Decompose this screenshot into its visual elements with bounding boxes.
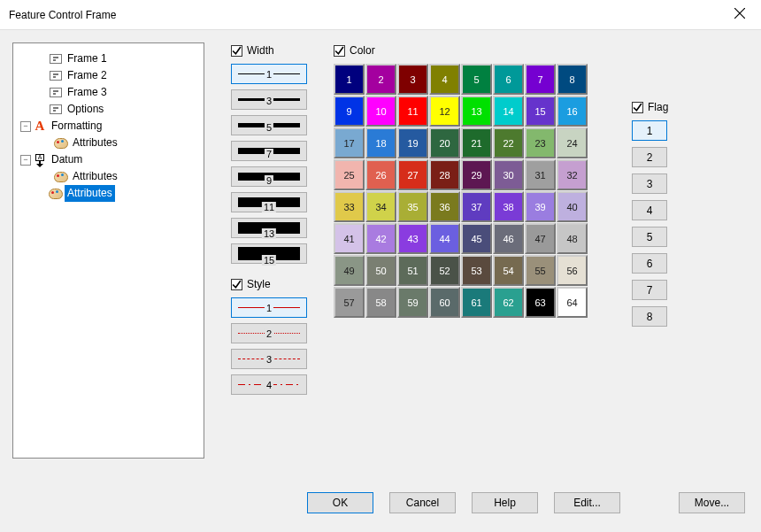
flag-option-8[interactable]: 8 bbox=[632, 306, 667, 327]
flag-option-7[interactable]: 7 bbox=[632, 280, 667, 300]
color-swatch-40[interactable]: 40 bbox=[557, 191, 588, 222]
width-option-13[interactable]: 13 bbox=[231, 218, 307, 238]
color-swatch-39[interactable]: 39 bbox=[525, 191, 556, 222]
tree-item-attributes[interactable]: Attributes bbox=[17, 185, 200, 202]
color-checkbox[interactable] bbox=[334, 45, 345, 57]
color-swatch-59[interactable]: 59 bbox=[397, 287, 428, 318]
ok-button[interactable]: OK bbox=[307, 492, 373, 513]
color-swatch-55[interactable]: 55 bbox=[525, 255, 556, 286]
style-checkbox[interactable] bbox=[231, 279, 242, 290]
color-swatch-51[interactable]: 51 bbox=[397, 255, 428, 286]
edit-button[interactable]: Edit... bbox=[554, 492, 620, 513]
color-swatch-35[interactable]: 35 bbox=[397, 191, 428, 222]
color-swatch-52[interactable]: 52 bbox=[429, 255, 460, 286]
color-swatch-46[interactable]: 46 bbox=[493, 223, 524, 254]
width-option-15[interactable]: 15 bbox=[231, 243, 307, 264]
width-checkbox-row[interactable]: Width bbox=[231, 42, 307, 58]
color-swatch-15[interactable]: 15 bbox=[525, 96, 556, 127]
tree-item-formatting-attributes[interactable]: Attributes bbox=[17, 135, 200, 151]
color-swatch-5[interactable]: 5 bbox=[461, 64, 492, 95]
color-swatch-7[interactable]: 7 bbox=[525, 64, 556, 95]
color-swatch-38[interactable]: 38 bbox=[493, 191, 524, 222]
style-option-4[interactable]: 4 bbox=[231, 374, 307, 395]
cancel-button[interactable]: Cancel bbox=[389, 492, 456, 513]
flag-option-6[interactable]: 6 bbox=[632, 253, 667, 274]
tree-item-datum-attributes[interactable]: Attributes bbox=[17, 168, 200, 185]
flag-option-5[interactable]: 5 bbox=[632, 227, 667, 247]
style-option-1[interactable]: 1 bbox=[231, 297, 307, 318]
color-swatch-30[interactable]: 30 bbox=[493, 159, 524, 190]
color-swatch-8[interactable]: 8 bbox=[557, 64, 588, 95]
color-swatch-10[interactable]: 10 bbox=[365, 96, 396, 127]
style-checkbox-row[interactable]: Style bbox=[231, 276, 307, 292]
color-swatch-19[interactable]: 19 bbox=[397, 127, 428, 158]
tree-item-frame2[interactable]: Frame 2 bbox=[17, 67, 200, 84]
color-swatch-16[interactable]: 16 bbox=[557, 96, 588, 127]
color-swatch-64[interactable]: 64 bbox=[557, 287, 588, 318]
color-swatch-28[interactable]: 28 bbox=[429, 159, 460, 190]
color-swatch-41[interactable]: 41 bbox=[334, 223, 365, 254]
color-swatch-49[interactable]: 49 bbox=[334, 255, 365, 286]
flag-option-4[interactable]: 4 bbox=[632, 200, 667, 220]
color-swatch-54[interactable]: 54 bbox=[493, 255, 524, 286]
collapse-icon[interactable]: − bbox=[20, 121, 31, 132]
help-button[interactable]: Help bbox=[472, 492, 538, 513]
color-swatch-57[interactable]: 57 bbox=[334, 287, 365, 318]
color-swatch-56[interactable]: 56 bbox=[557, 255, 588, 286]
color-checkbox-row[interactable]: Color bbox=[334, 42, 588, 58]
color-swatch-42[interactable]: 42 bbox=[365, 223, 396, 254]
color-swatch-12[interactable]: 12 bbox=[429, 96, 460, 127]
width-checkbox[interactable] bbox=[231, 45, 242, 57]
color-swatch-23[interactable]: 23 bbox=[525, 127, 556, 158]
color-swatch-6[interactable]: 6 bbox=[493, 64, 524, 95]
color-swatch-20[interactable]: 20 bbox=[429, 127, 460, 158]
color-swatch-58[interactable]: 58 bbox=[365, 287, 396, 318]
color-swatch-25[interactable]: 25 bbox=[334, 159, 365, 190]
color-swatch-13[interactable]: 13 bbox=[461, 96, 492, 127]
close-button[interactable] bbox=[727, 8, 752, 21]
color-swatch-36[interactable]: 36 bbox=[429, 191, 460, 222]
color-swatch-26[interactable]: 26 bbox=[365, 159, 396, 190]
color-swatch-11[interactable]: 11 bbox=[397, 96, 428, 127]
tree-item-datum[interactable]: −ADatum bbox=[17, 151, 200, 168]
color-swatch-18[interactable]: 18 bbox=[365, 127, 396, 158]
width-option-3[interactable]: 3 bbox=[231, 89, 307, 110]
width-option-1[interactable]: 1 bbox=[231, 64, 307, 84]
width-option-5[interactable]: 5 bbox=[231, 115, 307, 135]
color-swatch-62[interactable]: 62 bbox=[493, 287, 524, 318]
color-swatch-63[interactable]: 63 bbox=[525, 287, 556, 318]
flag-option-2[interactable]: 2 bbox=[632, 147, 667, 167]
width-option-11[interactable]: 11 bbox=[231, 192, 307, 212]
style-option-2[interactable]: 2 bbox=[231, 323, 307, 343]
color-swatch-45[interactable]: 45 bbox=[461, 223, 492, 254]
width-option-9[interactable]: 9 bbox=[231, 166, 307, 187]
color-swatch-32[interactable]: 32 bbox=[557, 159, 588, 190]
color-swatch-47[interactable]: 47 bbox=[525, 223, 556, 254]
color-swatch-53[interactable]: 53 bbox=[461, 255, 492, 286]
color-swatch-50[interactable]: 50 bbox=[365, 255, 396, 286]
style-option-3[interactable]: 3 bbox=[231, 349, 307, 369]
color-swatch-29[interactable]: 29 bbox=[461, 159, 492, 190]
color-swatch-1[interactable]: 1 bbox=[334, 64, 365, 95]
tree-item-formatting[interactable]: −AFormatting bbox=[17, 118, 200, 135]
color-swatch-61[interactable]: 61 bbox=[461, 287, 492, 318]
color-swatch-33[interactable]: 33 bbox=[334, 191, 365, 222]
color-swatch-31[interactable]: 31 bbox=[525, 159, 556, 190]
tree-item-frame1[interactable]: Frame 1 bbox=[17, 50, 200, 67]
color-swatch-48[interactable]: 48 bbox=[557, 223, 588, 254]
color-swatch-24[interactable]: 24 bbox=[557, 127, 588, 158]
color-swatch-3[interactable]: 3 bbox=[397, 64, 428, 95]
flag-option-1[interactable]: 1 bbox=[632, 120, 667, 141]
collapse-icon[interactable]: − bbox=[20, 155, 31, 166]
color-swatch-43[interactable]: 43 bbox=[397, 223, 428, 254]
flag-checkbox[interactable] bbox=[632, 102, 643, 113]
color-swatch-9[interactable]: 9 bbox=[334, 96, 365, 127]
color-swatch-14[interactable]: 14 bbox=[493, 96, 524, 127]
flag-option-3[interactable]: 3 bbox=[632, 173, 667, 194]
flag-checkbox-row[interactable]: Flag bbox=[632, 99, 668, 115]
color-swatch-21[interactable]: 21 bbox=[461, 127, 492, 158]
color-swatch-27[interactable]: 27 bbox=[397, 159, 428, 190]
color-swatch-4[interactable]: 4 bbox=[429, 64, 460, 95]
color-swatch-2[interactable]: 2 bbox=[365, 64, 396, 95]
tree-item-options[interactable]: Options bbox=[17, 101, 200, 118]
